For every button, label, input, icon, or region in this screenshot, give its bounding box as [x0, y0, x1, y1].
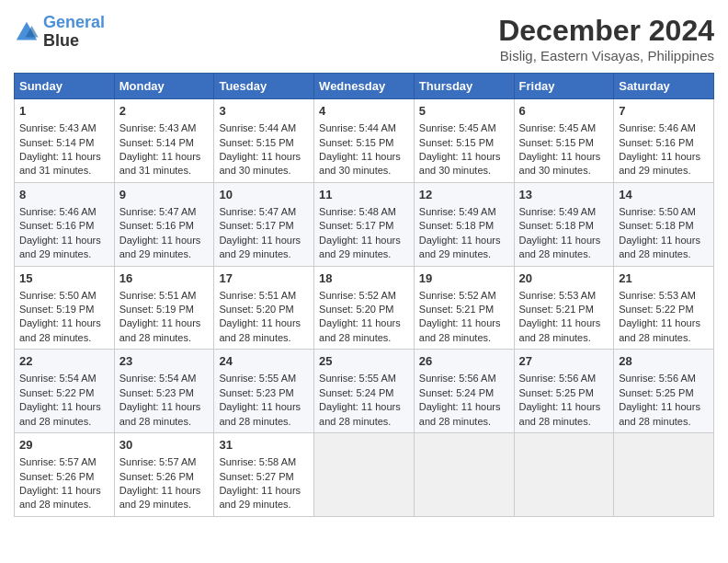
sunset-label: Sunset: 5:27 PM — [219, 471, 293, 482]
sunset-label: Sunset: 5:21 PM — [419, 304, 494, 315]
sunset-label: Sunset: 5:16 PM — [119, 220, 194, 231]
daylight-label: Daylight: 11 hours and 28 minutes. — [419, 401, 501, 426]
day-number: 4 — [319, 103, 409, 120]
calendar-cell: 25Sunrise: 5:55 AMSunset: 5:24 PMDayligh… — [314, 350, 415, 433]
calendar-cell: 31Sunrise: 5:58 AMSunset: 5:27 PMDayligh… — [214, 433, 314, 517]
calendar-cell: 6Sunrise: 5:45 AMSunset: 5:15 PMDaylight… — [514, 99, 614, 183]
sunrise-label: Sunrise: 5:51 AM — [119, 290, 197, 301]
sunrise-label: Sunrise: 5:48 AM — [319, 206, 396, 217]
calendar-cell: 23Sunrise: 5:54 AMSunset: 5:23 PMDayligh… — [114, 350, 214, 433]
daylight-label: Daylight: 11 hours and 30 minutes. — [419, 151, 501, 176]
day-number: 27 — [519, 353, 609, 370]
day-number: 14 — [619, 187, 709, 203]
day-number: 15 — [19, 270, 109, 287]
daylight-label: Daylight: 11 hours and 28 minutes. — [519, 235, 601, 259]
calendar-week-5: 29Sunrise: 5:57 AMSunset: 5:26 PMDayligh… — [15, 433, 714, 517]
sunset-label: Sunset: 5:17 PM — [219, 220, 293, 231]
day-number: 16 — [119, 270, 210, 287]
sunrise-label: Sunrise: 5:45 AM — [519, 122, 597, 133]
sunset-label: Sunset: 5:24 PM — [319, 387, 393, 398]
sunset-label: Sunset: 5:14 PM — [119, 137, 194, 148]
day-number: 25 — [319, 353, 409, 370]
calendar-header-tuesday: Tuesday — [214, 74, 314, 99]
sunrise-label: Sunrise: 5:56 AM — [519, 373, 597, 384]
sunset-label: Sunset: 5:18 PM — [519, 220, 594, 231]
daylight-label: Daylight: 11 hours and 30 minutes. — [319, 151, 401, 176]
page-header: General Blue December 2024 Bislig, Easte… — [14, 14, 714, 63]
calendar-cell: 24Sunrise: 5:55 AMSunset: 5:23 PMDayligh… — [214, 350, 314, 433]
daylight-label: Daylight: 11 hours and 28 minutes. — [119, 401, 201, 426]
daylight-label: Daylight: 11 hours and 28 minutes. — [319, 317, 401, 342]
logo-text: General Blue — [43, 14, 105, 51]
sunset-label: Sunset: 5:22 PM — [19, 387, 94, 398]
sunset-label: Sunset: 5:19 PM — [19, 304, 94, 315]
sunrise-label: Sunrise: 5:50 AM — [19, 290, 97, 301]
daylight-label: Daylight: 11 hours and 28 minutes. — [419, 317, 501, 342]
calendar-header-thursday: Thursday — [414, 74, 514, 99]
calendar-cell: 20Sunrise: 5:53 AMSunset: 5:21 PMDayligh… — [514, 266, 614, 350]
sunset-label: Sunset: 5:25 PM — [519, 387, 594, 398]
sunrise-label: Sunrise: 5:53 AM — [519, 290, 597, 301]
calendar-cell: 5Sunrise: 5:45 AMSunset: 5:15 PMDaylight… — [414, 99, 514, 183]
sunrise-label: Sunrise: 5:47 AM — [219, 206, 296, 217]
calendar-cell: 10Sunrise: 5:47 AMSunset: 5:17 PMDayligh… — [214, 182, 314, 266]
calendar-cell — [514, 433, 614, 517]
calendar-cell: 9Sunrise: 5:47 AMSunset: 5:16 PMDaylight… — [114, 182, 214, 266]
sunset-label: Sunset: 5:18 PM — [419, 220, 494, 231]
calendar-cell: 12Sunrise: 5:49 AMSunset: 5:18 PMDayligh… — [414, 182, 514, 266]
calendar-cell: 14Sunrise: 5:50 AMSunset: 5:18 PMDayligh… — [614, 182, 714, 266]
day-number: 31 — [219, 437, 309, 454]
calendar-header-wednesday: Wednesday — [314, 74, 415, 99]
calendar-cell: 8Sunrise: 5:46 AMSunset: 5:16 PMDaylight… — [15, 182, 115, 266]
day-number: 12 — [419, 187, 509, 203]
daylight-label: Daylight: 11 hours and 29 minutes. — [319, 235, 401, 259]
sunset-label: Sunset: 5:25 PM — [619, 387, 693, 398]
daylight-label: Daylight: 11 hours and 28 minutes. — [219, 317, 301, 342]
day-number: 19 — [419, 270, 509, 287]
sunset-label: Sunset: 5:15 PM — [219, 137, 293, 148]
page-subtitle: Bislig, Eastern Visayas, Philippines — [498, 48, 714, 63]
sunrise-label: Sunrise: 5:55 AM — [319, 373, 396, 384]
sunrise-label: Sunrise: 5:56 AM — [419, 373, 496, 384]
day-number: 9 — [119, 187, 210, 203]
daylight-label: Daylight: 11 hours and 28 minutes. — [19, 317, 101, 342]
day-number: 8 — [19, 187, 109, 203]
day-number: 23 — [119, 353, 210, 370]
calendar-cell: 22Sunrise: 5:54 AMSunset: 5:22 PMDayligh… — [15, 350, 115, 433]
sunrise-label: Sunrise: 5:51 AM — [219, 290, 296, 301]
sunset-label: Sunset: 5:23 PM — [219, 387, 293, 398]
sunrise-label: Sunrise: 5:52 AM — [319, 290, 396, 301]
calendar-header-friday: Friday — [514, 74, 614, 99]
day-number: 2 — [119, 103, 210, 120]
calendar-cell: 15Sunrise: 5:50 AMSunset: 5:19 PMDayligh… — [15, 266, 115, 350]
daylight-label: Daylight: 11 hours and 28 minutes. — [19, 401, 101, 426]
page-title: December 2024 — [498, 14, 714, 48]
sunrise-label: Sunrise: 5:49 AM — [519, 206, 597, 217]
day-number: 26 — [419, 353, 509, 370]
calendar-cell: 27Sunrise: 5:56 AMSunset: 5:25 PMDayligh… — [514, 350, 614, 433]
calendar-cell: 26Sunrise: 5:56 AMSunset: 5:24 PMDayligh… — [414, 350, 514, 433]
day-number: 6 — [519, 103, 609, 120]
sunrise-label: Sunrise: 5:52 AM — [419, 290, 496, 301]
sunset-label: Sunset: 5:22 PM — [619, 304, 693, 315]
daylight-label: Daylight: 11 hours and 28 minutes. — [519, 401, 601, 426]
calendar-cell: 30Sunrise: 5:57 AMSunset: 5:26 PMDayligh… — [114, 433, 214, 517]
logo: General Blue — [14, 14, 105, 51]
daylight-label: Daylight: 11 hours and 29 minutes. — [619, 151, 700, 176]
day-number: 17 — [219, 270, 309, 287]
sunset-label: Sunset: 5:18 PM — [619, 220, 693, 231]
sunrise-label: Sunrise: 5:57 AM — [19, 456, 97, 467]
sunrise-label: Sunrise: 5:58 AM — [219, 456, 296, 467]
calendar-cell: 19Sunrise: 5:52 AMSunset: 5:21 PMDayligh… — [414, 266, 514, 350]
calendar-cell: 1Sunrise: 5:43 AMSunset: 5:14 PMDaylight… — [15, 99, 115, 183]
calendar-table: SundayMondayTuesdayWednesdayThursdayFrid… — [14, 73, 714, 517]
sunset-label: Sunset: 5:21 PM — [519, 304, 594, 315]
calendar-week-2: 8Sunrise: 5:46 AMSunset: 5:16 PMDaylight… — [15, 182, 714, 266]
day-number: 5 — [419, 103, 509, 120]
sunrise-label: Sunrise: 5:43 AM — [119, 122, 197, 133]
calendar-cell: 11Sunrise: 5:48 AMSunset: 5:17 PMDayligh… — [314, 182, 415, 266]
day-number: 21 — [619, 270, 709, 287]
calendar-week-3: 15Sunrise: 5:50 AMSunset: 5:19 PMDayligh… — [15, 266, 714, 350]
calendar-cell: 17Sunrise: 5:51 AMSunset: 5:20 PMDayligh… — [214, 266, 314, 350]
sunset-label: Sunset: 5:19 PM — [119, 304, 194, 315]
